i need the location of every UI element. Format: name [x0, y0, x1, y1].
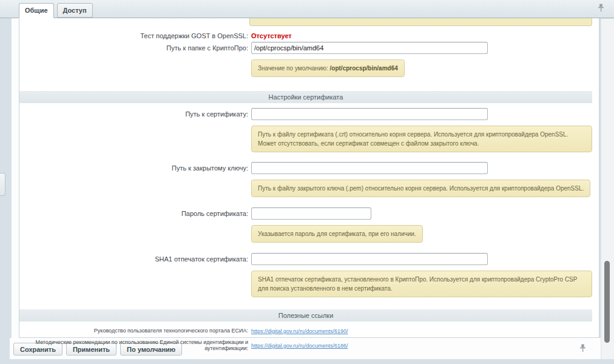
key-path-hint: Путь к файлу закрытого ключа (.pem) отно… [251, 180, 590, 197]
tab-general[interactable]: Общие [19, 3, 54, 18]
cert-password-row: Пароль сертификата: [19, 207, 599, 220]
key-path-label: Путь к закрытому ключу: [19, 164, 251, 172]
links-section-header: Полезные ссылки [19, 309, 592, 322]
link-row-esia-recommendations: Методические рекомендации по использован… [19, 339, 599, 351]
key-path-input[interactable] [251, 162, 488, 174]
esia-recommendations-label: Методические рекомендации по использован… [19, 339, 251, 351]
tab-bar: Общие Доступ [0, 0, 614, 18]
gost-test-row: Тест поддержки GOST в OpenSSL: Отсутству… [19, 32, 599, 39]
panel-collapse-handle[interactable] [0, 173, 5, 196]
sha1-hint: SHA1 отпечаток сертификата, установленно… [251, 271, 592, 297]
clipped-hint-box [249, 18, 592, 26]
hint-prefix: Значение по умолчанию: [258, 65, 330, 72]
scrollbar-thumb[interactable] [604, 261, 610, 343]
cert-path-hint: Путь к файлу сертификата (.crt) относите… [251, 126, 592, 152]
sha1-row: SHA1 отпечаток сертификата: [19, 253, 599, 265]
key-path-row: Путь к закрытому ключу: [19, 162, 599, 174]
settings-panel: Тест поддержки GOST в OpenSSL: Отсутству… [19, 18, 599, 338]
cryptopro-path-input[interactable] [251, 42, 488, 54]
sha1-input[interactable] [251, 253, 488, 265]
esia-recommendations-link[interactable]: https://digital.gov.ru/ru/documents/6186… [251, 343, 348, 349]
esia-guide-link[interactable]: https://digital.gov.ru/ru/documents/6190… [251, 328, 348, 334]
cert-password-label: Пароль сертификата: [19, 210, 251, 217]
cert-password-input[interactable] [251, 207, 371, 220]
cryptopro-default-hint: Значение по умолчанию: /opt/cprocsp/bin/… [251, 59, 405, 77]
gost-test-status: Отсутствует [251, 32, 292, 39]
link-row-esia-guide: Руководство пользователя технологическог… [19, 327, 599, 334]
sha1-label: SHA1 отпечаток сертификата: [19, 255, 251, 263]
certificate-section-header: Настройки сертификата [19, 91, 592, 103]
cert-path-row: Путь к сертификату: [19, 108, 599, 120]
vertical-scrollbar[interactable] [601, 19, 614, 359]
cert-path-input[interactable] [251, 108, 488, 120]
pin-icon[interactable] [598, 4, 604, 13]
cert-path-label: Путь к сертификату: [19, 110, 251, 118]
esia-guide-label: Руководство пользователя технологическог… [19, 328, 251, 334]
cert-password-hint: Указывается пароль для сертификата, при … [251, 225, 423, 243]
hint-default-value: /opt/cprocsp/bin/amd64 [330, 65, 398, 72]
gost-test-label: Тест поддержки GOST в OpenSSL: [19, 32, 251, 39]
cryptopro-path-label: Путь к папке с КриптоПро: [19, 44, 251, 52]
tab-access[interactable]: Доступ [57, 3, 93, 18]
cryptopro-path-row: Путь к папке с КриптоПро: [19, 42, 599, 54]
